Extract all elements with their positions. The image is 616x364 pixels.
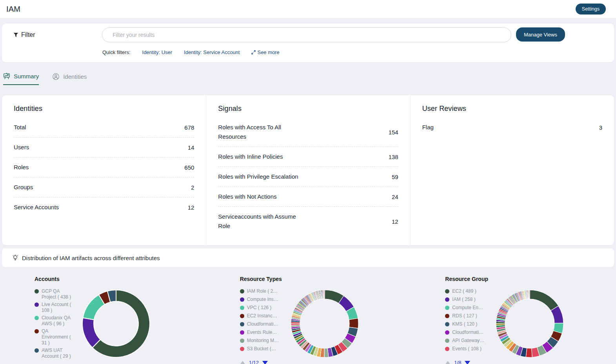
stat-label: Serviceaccounts with Assume Role xyxy=(218,212,304,231)
user-reviews-stat-list: Flag3 xyxy=(422,118,602,137)
card-title: User Reviews xyxy=(422,105,602,113)
lightbulb-icon xyxy=(12,255,18,261)
legend-item[interactable]: VPC ( 126 ) xyxy=(240,305,284,311)
donut-chart[interactable] xyxy=(290,289,359,358)
signals-card: Signals Roles with Access To All Resourc… xyxy=(206,95,410,245)
legend-item[interactable]: QA Environment ( 31 ) xyxy=(35,328,75,346)
stat-row: Total678 xyxy=(14,118,194,138)
legend-item[interactable]: Compute Ins… xyxy=(240,297,284,302)
legend-item[interactable]: IAM ( 258 ) xyxy=(445,297,489,302)
legend-item[interactable]: Cloudformati… xyxy=(445,330,489,335)
stat-label: Roles xyxy=(14,163,29,172)
legend-dot-icon xyxy=(35,329,39,333)
donut-segment[interactable] xyxy=(324,290,325,299)
legend-item[interactable]: KMS ( 120 ) xyxy=(445,321,489,327)
stat-label: Groups xyxy=(14,183,33,192)
legend-item[interactable]: Live Account ( 108 ) xyxy=(35,302,75,313)
donut-segment[interactable] xyxy=(496,323,505,325)
legend-item[interactable]: S3 Bucket (… xyxy=(240,346,284,352)
quick-filter-identity-user[interactable]: Identity: User xyxy=(142,49,173,55)
filter-panel: Filter Quick filters: Identity: User Ide… xyxy=(2,24,614,62)
donut-segment[interactable] xyxy=(530,290,558,311)
legend-item[interactable]: IAM Role ( 2… xyxy=(240,288,284,294)
legend-dot-icon xyxy=(240,289,244,293)
legend-label: IAM ( 258 ) xyxy=(452,297,475,302)
stat-value: 59 xyxy=(392,174,398,180)
pager-up-icon[interactable] xyxy=(240,361,245,364)
legend-pager: 1/8 xyxy=(445,360,489,364)
stat-value: 154 xyxy=(389,129,398,136)
donut-chart[interactable] xyxy=(495,289,564,358)
legend-item[interactable]: AWS UAT Account ( 29 ) xyxy=(35,348,75,359)
stat-row: Groups2 xyxy=(14,177,194,197)
chart-title: Resource Group xyxy=(445,276,616,282)
chart-legend: IAM Role ( 2…Compute Ins…VPC ( 126 )EC2 … xyxy=(240,288,284,352)
legend-dot-icon xyxy=(35,289,39,293)
legend-dot-icon xyxy=(445,339,449,343)
chart-legend: EC2 ( 489 )IAM ( 258 )Compute En…RDS ( 1… xyxy=(445,288,489,352)
legend-label: RDS ( 127 ) xyxy=(452,313,477,319)
legend-dot-icon xyxy=(240,347,244,351)
card-title: Identities xyxy=(14,105,194,113)
resource-types-chart-block: Resource Types IAM Role ( 2…Compute Ins…… xyxy=(205,276,411,364)
presentation-chart-icon xyxy=(3,72,10,80)
legend-label: QA Environment ( 31 ) xyxy=(42,328,75,346)
stat-row: Flag3 xyxy=(422,118,602,137)
stat-value: 650 xyxy=(184,164,194,171)
legend-item[interactable]: GCP QA Project ( 438 ) xyxy=(35,288,75,300)
donut-chart[interactable] xyxy=(82,289,151,358)
quick-filters-label: Quick filters: xyxy=(102,49,131,55)
filter-label: Filter xyxy=(21,31,35,38)
legend-dot-icon xyxy=(240,314,244,318)
legend-item[interactable]: Cloudformati… xyxy=(240,321,284,327)
legend-label: IAM Role ( 2… xyxy=(247,288,278,294)
pager-down-icon[interactable] xyxy=(262,361,268,364)
pager-up-icon[interactable] xyxy=(445,361,451,364)
legend-dot-icon xyxy=(445,314,449,318)
legend-dot-icon xyxy=(240,330,244,335)
legend-label: Compute En… xyxy=(452,305,483,311)
stat-row: Roles with Privilege Escalation59 xyxy=(218,167,398,187)
legend-label: EC2 Instanc… xyxy=(247,313,277,319)
quick-filter-identity-service-account[interactable]: Identity: Service Account xyxy=(184,49,240,55)
manage-views-button[interactable]: Manage Views xyxy=(516,27,565,42)
legend-dot-icon xyxy=(445,289,449,293)
legend-item[interactable]: Events Rule… xyxy=(240,330,284,335)
stat-value: 3 xyxy=(599,124,602,131)
stat-value: 12 xyxy=(392,218,398,225)
legend-label: EC2 ( 489 ) xyxy=(452,288,476,294)
stat-value: 14 xyxy=(188,144,194,151)
legend-label: KMS ( 120 ) xyxy=(452,321,477,327)
stat-row: Roles with Access To All Resources154 xyxy=(218,118,398,147)
donut-segment[interactable] xyxy=(529,290,530,299)
legend-item[interactable]: API Gateway… xyxy=(445,338,489,344)
legend-label: Cloudformati… xyxy=(452,330,483,335)
identities-card: Identities Total678Users14Roles650Groups… xyxy=(2,95,206,245)
donut-segment[interactable] xyxy=(291,324,300,325)
legend-item[interactable]: Cloudanix QA AWS ( 96 ) xyxy=(35,315,75,327)
pager-down-icon[interactable] xyxy=(465,361,470,364)
legend-item[interactable]: Compute En… xyxy=(445,305,489,311)
legend-item[interactable]: Events ( 108 ) xyxy=(445,346,489,352)
filter-input[interactable] xyxy=(102,27,511,42)
legend-item[interactable]: EC2 Instanc… xyxy=(240,313,284,319)
legend-label: Events Rule… xyxy=(247,330,277,335)
tab-summary[interactable]: Summary xyxy=(3,72,39,85)
stat-label: Service Accounts xyxy=(14,203,59,212)
resource-group-chart-block: Resource Group EC2 ( 489 )IAM ( 258 )Com… xyxy=(411,276,616,364)
tab-identities[interactable]: Identities xyxy=(52,72,87,85)
stat-row: Users14 xyxy=(14,138,194,158)
settings-button[interactable]: Settings xyxy=(576,4,606,14)
distribution-header-text: Distribution of IAM artifacts across dif… xyxy=(22,255,160,261)
stat-label: Total xyxy=(14,123,26,132)
signals-stat-list: Roles with Access To All Resources154Rol… xyxy=(218,118,398,236)
legend-label: Cloudformati… xyxy=(247,321,278,327)
legend-item[interactable]: RDS ( 127 ) xyxy=(445,313,489,319)
tab-summary-label: Summary xyxy=(14,73,39,80)
legend-item[interactable]: Monitoring M… xyxy=(240,338,284,344)
legend-dot-icon xyxy=(35,316,39,320)
donut-segment[interactable] xyxy=(349,318,358,328)
see-more-link[interactable]: See more xyxy=(251,49,279,55)
legend-item[interactable]: EC2 ( 489 ) xyxy=(445,288,489,294)
legend-pager: 1/12 xyxy=(240,360,284,364)
